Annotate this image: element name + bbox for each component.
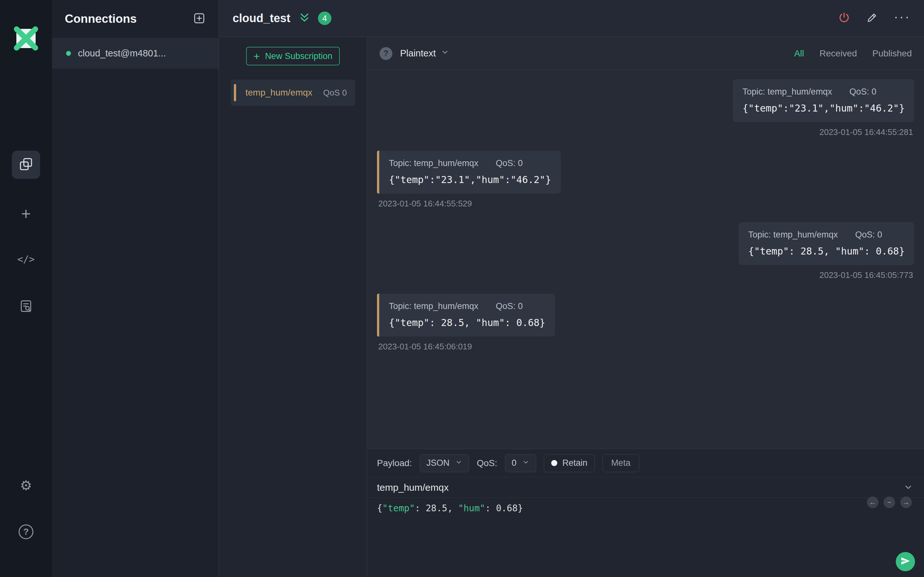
payload-format-select[interactable]: Plaintext	[400, 48, 449, 59]
message-topic: Topic: temp_hum/emqx	[748, 230, 838, 240]
minus-icon: −	[887, 498, 891, 506]
publish-panel: Payload: JSON QoS: 0	[367, 449, 924, 577]
message-published: Topic: temp_hum/emqx QoS: 0 {"temp": 28.…	[377, 222, 914, 280]
send-button[interactable]	[896, 552, 915, 571]
history-next-button[interactable]: →	[900, 496, 912, 508]
disconnect-button[interactable]	[838, 11, 850, 25]
retain-label: Retain	[562, 458, 588, 468]
message-bubble: Topic: temp_hum/emqx QoS: 0 {"temp": 28.…	[377, 293, 555, 337]
pencil-icon	[866, 19, 878, 24]
connections-panel: Connections cloud_test@m4801...	[52, 0, 219, 577]
message-received: Topic: temp_hum/emqx QoS: 0 {"temp":"23.…	[377, 151, 914, 209]
header-actions: ···	[838, 11, 911, 25]
payload-history-pager: ← − →	[867, 496, 912, 508]
publish-controls: Payload: JSON QoS: 0	[367, 449, 924, 477]
history-prev-button[interactable]: ←	[867, 496, 879, 508]
new-subscription-button[interactable]: + New Subscription	[246, 47, 340, 65]
message-bubble: Topic: temp_hum/emqx QoS: 0 {"temp": 28.…	[738, 222, 914, 265]
message-received: Topic: temp_hum/emqx QoS: 0 {"temp": 28.…	[377, 293, 914, 351]
chevron-down-icon	[441, 48, 449, 59]
edit-connection-button[interactable]	[866, 12, 878, 25]
retain-dot-icon	[551, 460, 557, 466]
subscription-qos: QoS 0	[323, 88, 347, 98]
message-topic: Topic: temp_hum/emqx	[389, 158, 478, 168]
filter-all[interactable]: All	[794, 48, 804, 59]
filter-received[interactable]: Received	[819, 48, 857, 59]
history-delete-button[interactable]: −	[884, 496, 895, 508]
connection-status-dot	[66, 51, 71, 56]
message-topic: Topic: temp_hum/emqx	[389, 301, 478, 311]
rail-item-new-connection[interactable]: +	[12, 200, 40, 228]
message-bubble: Topic: temp_hum/emqx QoS: 0 {"temp":"23.…	[733, 79, 914, 122]
rail-item-help[interactable]: ?	[12, 518, 40, 546]
message-meta: Topic: temp_hum/emqx QoS: 0	[389, 301, 545, 311]
message-qos: QoS: 0	[496, 301, 523, 311]
unread-badge: 4	[318, 11, 331, 25]
message-bubble: Topic: temp_hum/emqx QoS: 0 {"temp":"23.…	[377, 151, 561, 193]
payload-format-value: Plaintext	[400, 48, 436, 59]
collapse-all-button[interactable]	[299, 12, 310, 25]
send-icon	[901, 556, 910, 567]
connections-title: Connections	[65, 12, 137, 26]
messages-toolbar: ? Plaintext All Received Published	[367, 37, 924, 70]
power-icon	[838, 19, 850, 25]
plus-icon: +	[21, 205, 31, 222]
rail-item-settings[interactable]: ⚙	[12, 471, 40, 500]
qos-select[interactable]: 0	[505, 454, 536, 472]
retain-toggle[interactable]: Retain	[544, 454, 595, 472]
meta-label: Meta	[611, 458, 630, 468]
double-chevron-down-icon	[299, 12, 310, 25]
arrow-right-icon: →	[903, 498, 909, 506]
plus-icon: +	[254, 51, 260, 61]
message-published: Topic: temp_hum/emqx QoS: 0 {"temp":"23.…	[377, 79, 914, 137]
message-timestamp: 2023-01-05 16:44:55:529	[377, 199, 473, 209]
payload-type-value: JSON	[426, 458, 449, 468]
collapse-editor-button[interactable]	[903, 482, 913, 494]
payload-key: "hum"	[458, 503, 485, 514]
connection-header: cloud_test 4	[219, 0, 924, 37]
messages-area: ? Plaintext All Received Published Topic…	[367, 37, 924, 577]
qos-label: QoS:	[477, 458, 497, 468]
connection-name: cloud_test@m4801...	[78, 48, 166, 59]
page-title: cloud_test	[233, 11, 290, 25]
more-options-button[interactable]: ···	[894, 14, 911, 23]
payload-text: : 28.5,	[415, 503, 458, 514]
new-connection-window-button[interactable]	[193, 12, 206, 26]
mqttx-logo	[12, 24, 40, 53]
message-qos: QoS: 0	[849, 87, 876, 97]
payload-text: {	[377, 503, 383, 514]
payload-text: : 0.68}	[485, 503, 523, 514]
message-payload: {"temp": 28.5, "hum": 0.68}	[389, 317, 545, 328]
rail-item-connections[interactable]	[12, 151, 40, 179]
help-icon: ?	[19, 524, 33, 539]
subscriptions-panel: + New Subscription temp_hum/emqx QoS 0	[219, 37, 367, 577]
connection-list-item[interactable]: cloud_test@m4801...	[52, 38, 218, 69]
message-qos: QoS: 0	[855, 230, 882, 240]
chevron-down-icon	[455, 458, 462, 468]
subscription-item[interactable]: temp_hum/emqx QoS 0	[231, 79, 355, 106]
qos-value: 0	[512, 458, 517, 468]
log-icon	[19, 299, 33, 314]
gear-icon: ⚙	[20, 478, 32, 493]
message-list[interactable]: Topic: temp_hum/emqx QoS: 0 {"temp":"23.…	[367, 70, 924, 449]
payload-type-label: Payload:	[377, 458, 412, 468]
new-subscription-label: New Subscription	[265, 51, 333, 61]
rail-item-log[interactable]	[12, 293, 40, 321]
message-qos: QoS: 0	[496, 158, 523, 168]
payload-type-select[interactable]: JSON	[420, 454, 469, 472]
rail-item-script[interactable]: </>	[12, 245, 40, 273]
message-payload: {"temp":"23.1","hum":"46.2"}	[742, 103, 905, 114]
connections-icon	[19, 157, 33, 173]
message-meta: Topic: temp_hum/emqx QoS: 0	[389, 158, 551, 168]
chevron-down-icon	[903, 484, 913, 494]
filter-published[interactable]: Published	[872, 48, 912, 59]
message-timestamp: 2023-01-05 16:45:05:773	[818, 270, 914, 280]
meta-button[interactable]: Meta	[603, 454, 639, 472]
message-meta: Topic: temp_hum/emqx QoS: 0	[748, 230, 905, 240]
topic-input[interactable]: temp_hum/emqx	[367, 477, 924, 498]
payload-format-help-button[interactable]: ?	[380, 47, 393, 60]
payload-editor[interactable]: {"temp": 28.5, "hum": 0.68}	[367, 498, 924, 519]
app-rail: + </> ⚙ ?	[0, 0, 52, 577]
message-topic: Topic: temp_hum/emqx	[742, 87, 832, 97]
question-icon: ?	[383, 49, 388, 58]
